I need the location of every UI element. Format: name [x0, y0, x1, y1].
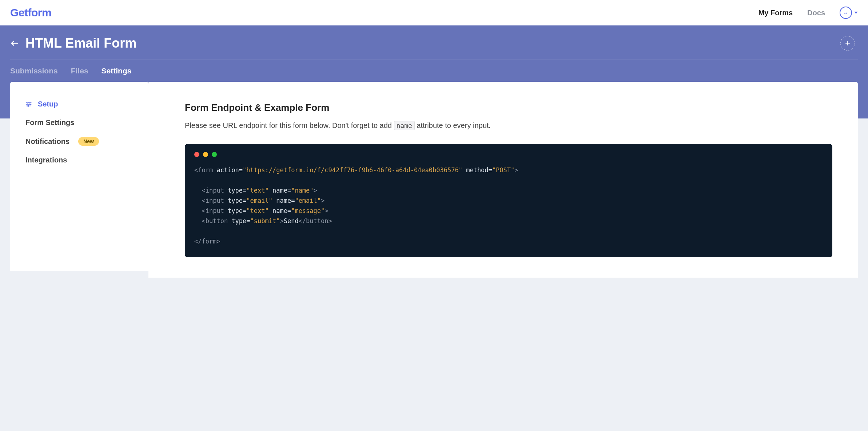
sidebar-item-notifications[interactable]: Notifications New [25, 132, 133, 151]
desc-text: Please see URL endpoint for this form be… [185, 121, 394, 129]
sidebar-item-setup[interactable]: Setup [25, 95, 133, 113]
nav-my-forms[interactable]: My Forms [758, 9, 793, 17]
sliders-icon [25, 101, 33, 108]
sidebar-item-form-settings[interactable]: Form Settings [25, 113, 133, 132]
svg-point-1 [847, 12, 847, 13]
page-header: HTML Email Form Submissions Files Settin… [0, 25, 868, 82]
page-title: HTML Email Form [25, 36, 136, 51]
account-menu[interactable] [840, 7, 858, 19]
inline-code: name [394, 121, 415, 130]
add-button[interactable] [840, 36, 855, 51]
dropdown-caret-icon [854, 12, 858, 14]
back-arrow-icon[interactable] [10, 39, 19, 48]
window-controls-icon [194, 152, 823, 157]
code-line: </form> [194, 236, 823, 246]
desc-text: attribute to every input. [415, 121, 491, 129]
svg-point-8 [29, 104, 31, 105]
tab-settings[interactable]: Settings [101, 67, 132, 75]
nav-docs[interactable]: Docs [807, 9, 825, 17]
sidebar-item-label: Notifications [25, 137, 69, 146]
code-line [194, 175, 823, 185]
page-tabs: Submissions Files Settings [0, 60, 868, 82]
smiley-avatar-icon [840, 7, 852, 19]
new-badge: New [78, 137, 99, 146]
section-description: Please see URL endpoint for this form be… [185, 120, 832, 131]
dot-green-icon [212, 152, 217, 157]
svg-point-10 [28, 105, 29, 106]
section-heading: Form Endpoint & Example Form [185, 102, 832, 113]
code-example: <form action="https://getform.io/f/c942f… [185, 144, 832, 257]
svg-point-6 [27, 102, 28, 103]
dot-red-icon [194, 152, 199, 157]
tab-files[interactable]: Files [71, 67, 88, 75]
top-nav: Getform My Forms Docs [0, 0, 868, 25]
dot-yellow-icon [203, 152, 208, 157]
brand-logo[interactable]: Getform [10, 7, 51, 19]
settings-sidebar: Setup Form Settings Notifications New In… [10, 82, 148, 271]
svg-point-0 [845, 12, 845, 13]
sidebar-item-label: Setup [38, 100, 58, 108]
code-line: <input type="text" name="message"> [194, 206, 823, 216]
sidebar-item-label: Form Settings [25, 118, 74, 127]
tab-submissions[interactable]: Submissions [10, 67, 58, 75]
code-line: <button type="submit">Send</button> [194, 216, 823, 226]
main-panel: Form Endpoint & Example Form Please see … [148, 82, 858, 278]
code-line: <input type="text" name="name"> [194, 185, 823, 196]
code-line: <form action="https://getform.io/f/c942f… [194, 165, 823, 175]
code-line [194, 226, 823, 236]
sidebar-item-integrations[interactable]: Integrations [25, 151, 133, 169]
code-line: <input type="email" name="email"> [194, 196, 823, 206]
sidebar-item-label: Integrations [25, 156, 67, 164]
